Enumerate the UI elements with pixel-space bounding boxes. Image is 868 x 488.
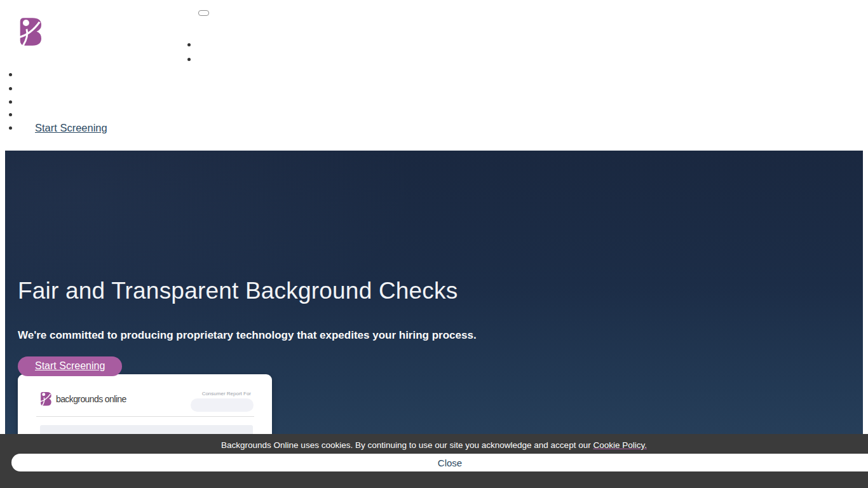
primary-nav-list: Start Screening	[9, 67, 107, 135]
list-bullet	[9, 87, 12, 90]
list-bullet	[9, 73, 12, 76]
primary-nav-item	[9, 95, 107, 108]
cookie-policy-link[interactable]: Cookie Policy.	[593, 440, 647, 450]
hero-subtitle: We're committed to producing proprietary…	[18, 329, 863, 342]
start-screening-nav-link[interactable]: Start Screening	[35, 122, 107, 134]
report-name-placeholder	[191, 398, 254, 412]
primary-nav-item	[9, 67, 107, 81]
cookie-message: Backgrounds Online uses cookies. By cont…	[0, 440, 868, 451]
cookie-close-button[interactable]: Close	[11, 454, 868, 471]
cookie-consent-banner: Backgrounds Online uses cookies. By cont…	[0, 434, 868, 488]
list-bullet	[9, 126, 12, 130]
secondary-nav-item	[187, 37, 191, 52]
primary-nav-item: Start Screening	[9, 121, 107, 135]
list-bullet	[187, 43, 191, 46]
secondary-nav-list	[187, 37, 191, 67]
list-bullet	[187, 58, 191, 61]
cookie-message-text: Backgrounds Online uses cookies. By cont…	[221, 440, 593, 450]
primary-nav-item	[9, 81, 107, 95]
navbar-toggle-button[interactable]	[198, 10, 209, 16]
start-screening-cta-button[interactable]: Start Screening	[18, 356, 122, 376]
backgrounds-online-logo-icon	[18, 17, 41, 46]
list-bullet	[9, 100, 12, 104]
list-bullet	[9, 113, 12, 116]
card-logo-icon	[39, 391, 51, 406]
primary-nav-item	[9, 108, 107, 121]
secondary-nav-item	[187, 52, 191, 67]
consumer-report-for-label: Consumer Report For	[202, 391, 251, 396]
card-divider	[36, 416, 254, 417]
card-brand-wordmark: backgrounds online	[56, 394, 126, 404]
hero-title: Fair and Transparent Background Checks	[18, 278, 863, 304]
site-header: Start Screening	[0, 0, 868, 151]
